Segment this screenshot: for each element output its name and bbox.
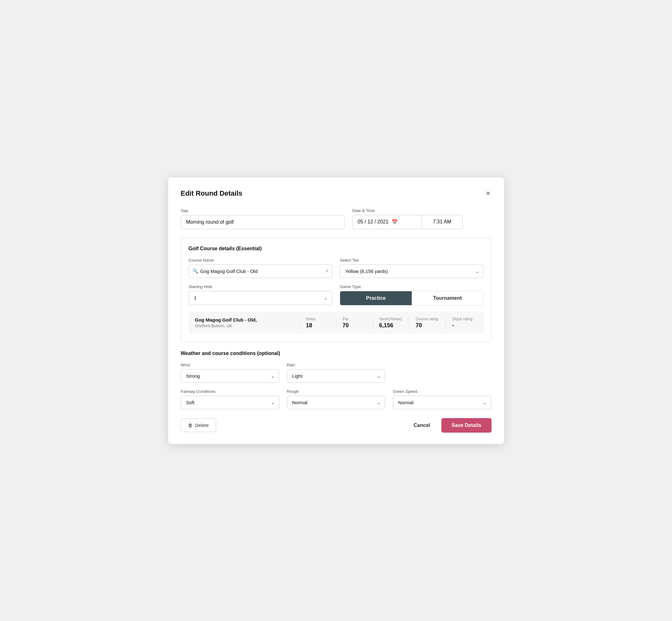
green-speed-select[interactable]: Normal <box>393 396 491 409</box>
cancel-button[interactable]: Cancel <box>407 419 436 432</box>
time-input[interactable]: 7:31 AM <box>422 215 463 229</box>
footer-row: 🗑 Delete Cancel Save Details <box>181 418 492 432</box>
rough-select-wrapper: Normal ⌄ <box>287 396 385 409</box>
title-label: Title <box>181 209 345 213</box>
fairway-label: Fairway Conditions <box>181 389 279 394</box>
top-row: Title Date & Time 05 / 12 / 2021 📅 7:31 … <box>181 208 492 229</box>
clear-icon[interactable]: × <box>326 268 328 274</box>
game-type-field-group: Game Type Practice Tournament <box>340 284 484 305</box>
date-value: 05 / 12 / 2021 <box>358 219 389 225</box>
course-info-row: Gog Magog Golf Club - Old, Shelford Bott… <box>189 312 484 334</box>
par-label: Par <box>343 317 349 321</box>
green-speed-label: Green Speed <box>393 389 491 394</box>
datetime-label: Date & Time <box>352 208 463 213</box>
course-tee-row: Course Name 🔍 × Select Tee Yellow (6,156… <box>189 258 484 278</box>
rain-label: Rain <box>287 363 385 367</box>
practice-button[interactable]: Practice <box>340 291 412 305</box>
delete-button[interactable]: 🗑 Delete <box>181 418 216 432</box>
fairway-field: Fairway Conditions Soft ⌄ <box>181 389 279 409</box>
slope-rating-label: Slope rating <box>452 317 473 321</box>
green-speed-field: Green Speed Normal ⌄ <box>393 389 491 409</box>
select-tee-input[interactable]: Yellow (6,156 yards) <box>340 264 484 278</box>
yards-value: 6,156 <box>379 322 393 329</box>
starting-hole-select[interactable]: 1 <box>189 291 333 304</box>
wind-label: Wind <box>181 363 279 367</box>
course-info-location: Shelford Bottom, UK <box>195 323 294 328</box>
stat-course-rating: Course rating 70 <box>409 317 441 329</box>
rain-select[interactable]: Light <box>287 369 385 383</box>
course-rating-value: 70 <box>416 322 422 329</box>
game-type-toggle: Practice Tournament <box>340 291 484 305</box>
starting-hole-wrapper: 1 ⌄ <box>189 291 333 304</box>
datetime-field-group: Date & Time 05 / 12 / 2021 📅 7:31 AM <box>352 208 463 229</box>
time-value: 7:31 AM <box>433 219 452 225</box>
hole-gametype-row: Starting Hole 1 ⌄ Game Type Practice Tou… <box>189 284 484 305</box>
stat-par: Par 70 <box>336 317 368 329</box>
wind-rain-row: Wind Strong ⌄ Rain Light ⌄ <box>181 363 492 383</box>
slope-rating-value: - <box>452 322 454 329</box>
wind-select-wrapper: Strong ⌄ <box>181 369 279 383</box>
green-speed-select-wrapper: Normal ⌄ <box>393 396 491 409</box>
select-tee-field-group: Select Tee Yellow (6,156 yards) ⌄ <box>340 258 484 278</box>
course-info-name: Gog Magog Golf Club - Old, Shelford Bott… <box>195 317 294 328</box>
wind-field: Wind Strong ⌄ <box>181 363 279 383</box>
fairway-rough-green-row: Fairway Conditions Soft ⌄ Rough Normal ⌄ <box>181 389 492 409</box>
course-info-name-text: Gog Magog Golf Club - Old, <box>195 317 294 323</box>
course-name-label: Course Name <box>189 258 333 262</box>
starting-hole-label: Starting Hole <box>189 284 333 289</box>
modal-header: Edit Round Details × <box>181 189 492 198</box>
rough-label: Rough <box>287 389 385 394</box>
rain-select-wrapper: Light ⌄ <box>287 369 385 383</box>
holes-label: Holes <box>306 317 316 321</box>
yards-label: Yards(Yellow) <box>379 317 402 321</box>
rough-field: Rough Normal ⌄ <box>287 389 385 409</box>
par-value: 70 <box>343 322 349 329</box>
holes-value: 18 <box>306 322 312 329</box>
weather-section: Weather and course conditions (optional)… <box>181 350 492 409</box>
modal-title: Edit Round Details <box>181 189 243 198</box>
game-type-label: Game Type <box>340 284 484 289</box>
course-rating-label: Course rating <box>416 317 438 321</box>
datetime-inputs: 05 / 12 / 2021 📅 7:31 AM <box>352 215 463 229</box>
select-tee-wrapper: Yellow (6,156 yards) ⌄ <box>340 264 484 278</box>
rough-select[interactable]: Normal <box>287 396 385 409</box>
stat-yards: Yards(Yellow) 6,156 <box>373 317 404 329</box>
golf-section-title: Golf Course details (Essential) <box>189 246 484 251</box>
stat-holes: Holes 18 <box>299 317 331 329</box>
calendar-icon: 📅 <box>391 219 398 225</box>
close-button[interactable]: × <box>485 189 492 198</box>
golf-course-section: Golf Course details (Essential) Course N… <box>181 238 492 342</box>
title-field-group: Title <box>181 209 345 229</box>
weather-section-title: Weather and course conditions (optional) <box>181 350 492 356</box>
wind-select[interactable]: Strong <box>181 369 279 383</box>
select-tee-label: Select Tee <box>340 258 484 262</box>
fairway-select-wrapper: Soft ⌄ <box>181 396 279 409</box>
save-button[interactable]: Save Details <box>442 418 491 432</box>
edit-round-modal: Edit Round Details × Title Date & Time 0… <box>168 177 504 444</box>
trash-icon: 🗑 <box>188 422 193 428</box>
course-name-wrapper: 🔍 × <box>189 264 333 278</box>
search-icon: 🔍 <box>193 268 199 274</box>
fairway-select[interactable]: Soft <box>181 396 279 409</box>
tournament-button[interactable]: Tournament <box>412 291 483 305</box>
course-name-input[interactable] <box>189 264 333 278</box>
course-name-field-group: Course Name 🔍 × <box>189 258 333 278</box>
date-input[interactable]: 05 / 12 / 2021 📅 <box>352 215 422 229</box>
rain-field: Rain Light ⌄ <box>287 363 385 383</box>
stat-slope-rating: Slope rating - <box>446 317 477 329</box>
title-input[interactable] <box>181 215 345 229</box>
starting-hole-field-group: Starting Hole 1 ⌄ <box>189 284 333 305</box>
delete-label: Delete <box>195 422 209 428</box>
footer-right: Cancel Save Details <box>407 418 492 432</box>
